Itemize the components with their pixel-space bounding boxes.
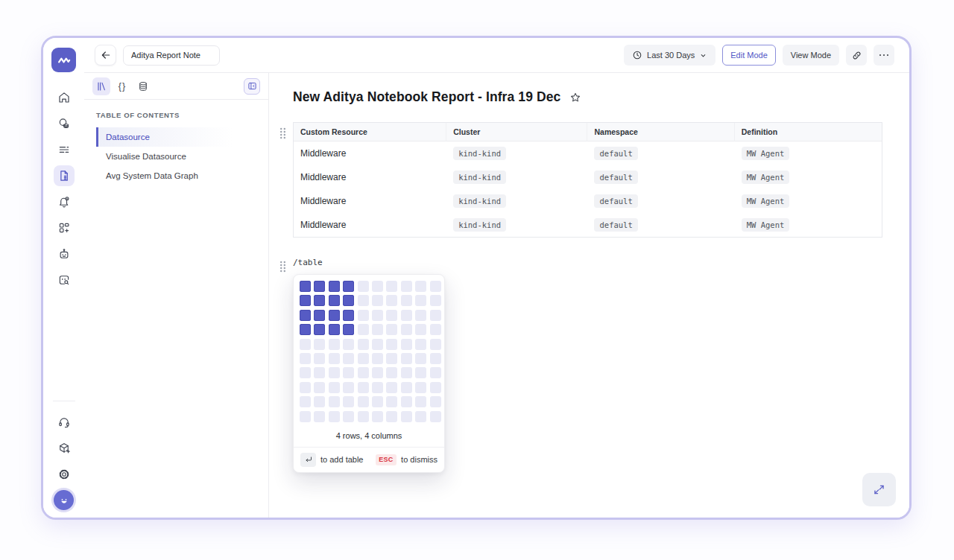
grid-size-cell[interactable]: [300, 367, 311, 378]
toc-item[interactable]: Datasource: [96, 127, 256, 147]
grid-size-cell[interactable]: [372, 411, 383, 422]
grid-size-cell[interactable]: [329, 353, 340, 364]
table-cell[interactable]: MW Agent: [735, 189, 882, 213]
grid-size-cell[interactable]: [314, 295, 325, 306]
edit-mode-button[interactable]: Edit Mode: [722, 45, 776, 66]
grid-size-cell[interactable]: [430, 339, 441, 350]
grid-size-cell[interactable]: [329, 295, 340, 306]
grid-size-cell[interactable]: [343, 310, 354, 321]
dashboards-icon[interactable]: [54, 217, 75, 238]
grid-size-cell[interactable]: [300, 324, 311, 335]
grid-size-cell[interactable]: [430, 353, 441, 364]
session-search-icon[interactable]: [54, 270, 75, 290]
grid-size-cell[interactable]: [386, 396, 397, 407]
grid-size-cell[interactable]: [401, 353, 412, 364]
table-cell[interactable]: default: [587, 213, 734, 237]
grid-size-cell[interactable]: [430, 382, 441, 393]
table-cell[interactable]: default: [587, 189, 734, 213]
grid-size-cell[interactable]: [415, 324, 426, 335]
grid-size-cell[interactable]: [314, 367, 325, 378]
favorite-star-icon[interactable]: [569, 92, 581, 104]
grid-size-cell[interactable]: [401, 324, 412, 335]
table-cell[interactable]: default: [587, 165, 734, 189]
share-link-button[interactable]: [846, 45, 867, 66]
grid-size-cell[interactable]: [300, 281, 311, 292]
grid-size-cell[interactable]: [329, 324, 340, 335]
infrastructure-icon[interactable]: [54, 113, 75, 134]
grid-size-cell[interactable]: [415, 310, 426, 321]
grid-size-cell[interactable]: [343, 339, 354, 350]
grid-size-cell[interactable]: [401, 310, 412, 321]
grid-size-cell[interactable]: [329, 339, 340, 350]
grid-size-cell[interactable]: [343, 281, 354, 292]
toc-item[interactable]: Avg System Data Graph: [96, 166, 256, 185]
grid-size-cell[interactable]: [372, 353, 383, 364]
grid-size-cell[interactable]: [415, 367, 426, 378]
grid-size-cell[interactable]: [300, 396, 311, 407]
grid-size-cell[interactable]: [343, 295, 354, 306]
grid-size-cell[interactable]: [358, 281, 369, 292]
grid-size-cell[interactable]: [430, 367, 441, 378]
grid-size-cell[interactable]: [415, 353, 426, 364]
grid-size-cell[interactable]: [314, 324, 325, 335]
grid-size-cell[interactable]: [314, 396, 325, 407]
grid-size-cell[interactable]: [430, 324, 441, 335]
grid-size-cell[interactable]: [343, 324, 354, 335]
grid-size-cell[interactable]: [314, 353, 325, 364]
home-icon[interactable]: [54, 87, 75, 108]
grid-size-cell[interactable]: [401, 411, 412, 422]
grid-size-cell[interactable]: [329, 367, 340, 378]
grid-size-cell[interactable]: [329, 281, 340, 292]
resource-name-cell[interactable]: Middleware: [294, 165, 446, 189]
table-cell[interactable]: MW Agent: [735, 165, 882, 189]
grid-size-cell[interactable]: [386, 295, 397, 306]
datasource-db-icon[interactable]: [134, 77, 152, 95]
table-cell[interactable]: MW Agent: [735, 141, 882, 165]
grid-size-cell[interactable]: [386, 353, 397, 364]
grid-size-cell[interactable]: [415, 281, 426, 292]
grid-size-cell[interactable]: [386, 411, 397, 422]
grid-size-cell[interactable]: [401, 339, 412, 350]
grid-size-cell[interactable]: [430, 411, 441, 422]
grid-size-cell[interactable]: [358, 339, 369, 350]
grid-size-cell[interactable]: [415, 295, 426, 306]
grid-size-cell[interactable]: [415, 382, 426, 393]
grid-size-cell[interactable]: [314, 411, 325, 422]
table-cell[interactable]: kind-kind: [446, 165, 587, 189]
grid-size-cell[interactable]: [401, 367, 412, 378]
grid-size-cell[interactable]: [343, 353, 354, 364]
grid-size-cell[interactable]: [386, 324, 397, 335]
grid-size-cell[interactable]: [358, 310, 369, 321]
support-headset-icon[interactable]: [54, 412, 75, 433]
grid-size-cell[interactable]: [415, 339, 426, 350]
grid-size-cell[interactable]: [358, 396, 369, 407]
grid-size-cell[interactable]: [372, 382, 383, 393]
grid-size-cell[interactable]: [372, 295, 383, 306]
grid-size-cell[interactable]: [372, 324, 383, 335]
bot-icon[interactable]: [54, 244, 75, 264]
toc-item[interactable]: Visualise Datasource: [96, 147, 256, 166]
settings-gear-icon[interactable]: [54, 464, 75, 485]
alerts-icon[interactable]: [54, 191, 75, 212]
grid-size-cell[interactable]: [401, 295, 412, 306]
grid-size-cell[interactable]: [415, 411, 426, 422]
grid-size-cell[interactable]: [386, 367, 397, 378]
drag-handle-icon[interactable]: [279, 127, 286, 139]
grid-size-cell[interactable]: [314, 382, 325, 393]
grid-size-cell[interactable]: [386, 281, 397, 292]
table-cell[interactable]: MW Agent: [735, 213, 882, 237]
resource-name-cell[interactable]: Middleware: [294, 189, 446, 213]
grid-size-cell[interactable]: [329, 396, 340, 407]
grid-size-cell[interactable]: [343, 367, 354, 378]
drag-handle-icon[interactable]: [279, 261, 286, 273]
grid-size-cell[interactable]: [300, 411, 311, 422]
time-range-select[interactable]: Last 30 Days: [624, 45, 716, 66]
grid-size-cell[interactable]: [358, 382, 369, 393]
view-mode-button[interactable]: View Mode: [783, 45, 839, 66]
grid-size-cell[interactable]: [430, 295, 441, 306]
grid-size-cell[interactable]: [358, 295, 369, 306]
grid-size-cell[interactable]: [358, 367, 369, 378]
grid-size-cell[interactable]: [358, 353, 369, 364]
slash-command-text[interactable]: /table: [293, 255, 882, 267]
integrations-cube-icon[interactable]: [54, 438, 75, 459]
